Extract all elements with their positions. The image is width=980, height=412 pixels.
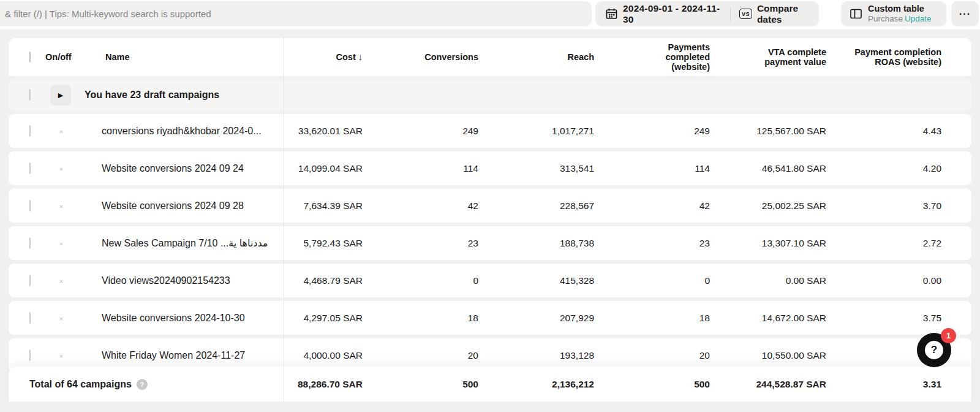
date-range-group: 2024-09-01 - 2024-11-30 VS Compare dates [595, 1, 819, 26]
campaign-name-link[interactable]: New Sales Campaign 7/10 مددناها ية...‏ [102, 237, 284, 249]
column-header-roas[interactable]: Payment completion ROAS (website) [826, 47, 941, 67]
cost-cell: 4,297.05 SAR [284, 313, 363, 324]
row-checkbox[interactable] [29, 237, 31, 249]
custom-table-update-link[interactable]: Update [905, 14, 932, 23]
row-checkbox[interactable] [29, 162, 31, 174]
payments-cell: 20 [594, 350, 710, 361]
campaign-name-link[interactable]: White Friday Women 2024-11-27 [102, 350, 284, 361]
reach-cell: 1,017,271 [478, 126, 594, 137]
column-header-name[interactable]: Name [102, 52, 284, 62]
custom-table-button[interactable]: Custom table PurchaseUpdate [841, 1, 946, 26]
info-icon[interactable]: ? [137, 379, 148, 390]
total-roas-cell: 3.31 [826, 379, 941, 390]
campaigns-table: On/off Name Cost ↓ Conversions Reach Pay… [9, 38, 971, 402]
column-header-cost[interactable]: Cost ↓ [284, 52, 363, 62]
compare-dates-button[interactable]: Compare dates [757, 3, 819, 25]
toggle-off-icon: ✕ [56, 314, 66, 324]
question-mark-icon: ? [925, 341, 943, 359]
vta-cell: 10,550.00 SAR [710, 350, 826, 361]
conversions-cell: 18 [363, 313, 478, 324]
vta-cell: 14,672.00 SAR [710, 313, 826, 324]
roas-cell: 3.75 [826, 313, 941, 324]
cost-cell: 4,000.00 SAR [284, 350, 363, 361]
total-cost-cell: 88,286.70 SAR [284, 379, 363, 390]
custom-table-title: Custom table [868, 4, 932, 14]
campaign-name-link[interactable]: Video views20240902154233 [102, 275, 284, 286]
column-header-conversions[interactable]: Conversions [363, 52, 478, 62]
table-row: ✕ Website conversions 2024 09 28 7,634.3… [9, 189, 971, 223]
table-row: ✕ conversions riyadh&khobar 2024-0... 33… [9, 114, 971, 148]
campaign-name-link[interactable]: Website conversions 2024 09 24 [102, 163, 284, 174]
reach-cell: 228,567 [478, 200, 594, 212]
reach-cell: 415,328 [478, 275, 594, 286]
column-header-reach[interactable]: Reach [478, 52, 594, 62]
campaign-name-link[interactable]: Website conversions 2024-10-30 [102, 313, 284, 324]
table-row: ✕ Video views20240902154233 4,468.79 SAR… [9, 264, 971, 297]
conversions-cell: 23 [363, 238, 478, 249]
roas-cell: 2.72 [826, 238, 941, 249]
draft-campaigns-row: ▶ You have 23 draft campaigns [9, 80, 971, 110]
campaign-name-link[interactable]: Website conversions 2024 09 28 [102, 200, 284, 212]
row-checkbox[interactable] [29, 125, 31, 137]
row-checkbox[interactable] [29, 312, 31, 324]
table-row: ✕ New Sales Campaign 7/10 مددناها ية...‏… [9, 226, 971, 260]
conversions-cell: 42 [363, 200, 478, 212]
toggle-off-icon: ✕ [56, 239, 66, 249]
divider [730, 7, 731, 21]
select-all-checkbox[interactable] [29, 52, 31, 63]
conversions-cell: 0 [363, 275, 478, 286]
total-campaigns-label: Total of 64 campaigns [29, 379, 132, 390]
vta-cell: 46,541.80 SAR [710, 163, 826, 174]
row-checkbox[interactable] [29, 275, 31, 286]
draft-campaigns-label[interactable]: You have 23 draft campaigns [85, 90, 284, 101]
cost-cell: 7,634.39 SAR [284, 200, 363, 212]
roas-cell: 4.43 [826, 126, 941, 137]
search-placeholder: & filter (/) | Tips: Multi-keyword searc… [5, 9, 211, 19]
toolbar: & filter (/) | Tips: Multi-keyword searc… [0, 0, 980, 29]
row-checkbox[interactable] [29, 349, 31, 361]
roas-cell: 0.00 [826, 275, 941, 286]
expand-drafts-button[interactable]: ▶ [50, 85, 71, 105]
roas-cell: 4.20 [826, 163, 941, 174]
cost-cell: 14,099.04 SAR [284, 163, 363, 174]
toggle-off-icon: ✕ [56, 351, 66, 361]
toggle-off-icon: ✕ [56, 277, 66, 286]
custom-table-type: Purchase [868, 14, 903, 23]
date-range-button[interactable]: 2024-09-01 - 2024-11-30 [623, 3, 720, 25]
vs-icon: VS [739, 9, 752, 19]
row-checkbox[interactable] [29, 200, 31, 212]
column-header-onoff[interactable]: On/off [45, 52, 102, 62]
table-row: ✕ Website conversions 2024-10-30 4,297.0… [9, 301, 971, 335]
campaign-name-link[interactable]: conversions riyadh&khobar 2024-0... [102, 126, 284, 137]
column-header-payments[interactable]: Payments completed (website) [594, 42, 710, 72]
toggle-off-icon: ✕ [56, 127, 66, 137]
cost-cell: 5,792.43 SAR [284, 238, 363, 249]
vta-cell: 25,002.25 SAR [710, 200, 826, 212]
calendar-icon [606, 8, 617, 20]
search-input[interactable]: & filter (/) | Tips: Multi-keyword searc… [0, 1, 592, 26]
reach-cell: 193,128 [478, 350, 594, 361]
cost-cell: 33,620.01 SAR [284, 126, 363, 137]
help-button[interactable]: ? 1 [917, 333, 951, 367]
payments-cell: 23 [594, 238, 710, 249]
row-checkbox[interactable] [29, 89, 31, 101]
toggle-off-icon: ✕ [56, 164, 66, 174]
reach-cell: 207,929 [478, 313, 594, 324]
reach-cell: 188,738 [478, 238, 594, 249]
column-header-vta[interactable]: VTA complete payment value [710, 47, 826, 67]
vta-cell: 0.00 SAR [710, 275, 826, 286]
total-payments-cell: 500 [594, 379, 710, 390]
roas-cell: 3.70 [826, 200, 941, 212]
payments-cell: 42 [594, 200, 710, 212]
caret-right-icon: ▶ [58, 91, 63, 99]
reach-cell: 313,541 [478, 163, 594, 174]
table-header-row: On/off Name Cost ↓ Conversions Reach Pay… [9, 38, 971, 76]
total-reach-cell: 2,136,212 [478, 379, 594, 390]
more-options-button[interactable]: ··· [951, 1, 979, 26]
cost-cell: 4,468.79 SAR [284, 275, 363, 286]
total-conversions-cell: 500 [363, 379, 478, 390]
columns-icon [850, 7, 862, 20]
sort-desc-icon: ↓ [358, 52, 363, 62]
total-row: Total of 64 campaigns ? 88,286.70 SAR 50… [9, 367, 971, 402]
notification-badge: 1 [941, 328, 956, 343]
